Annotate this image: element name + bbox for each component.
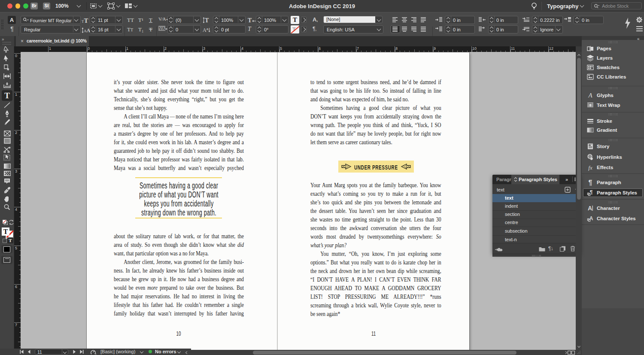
svg-text:A: A xyxy=(588,92,592,99)
svg-text:A: A xyxy=(588,205,592,212)
svg-text:fx: fx xyxy=(588,164,592,171)
svg-text:¶: ¶ xyxy=(589,179,592,186)
